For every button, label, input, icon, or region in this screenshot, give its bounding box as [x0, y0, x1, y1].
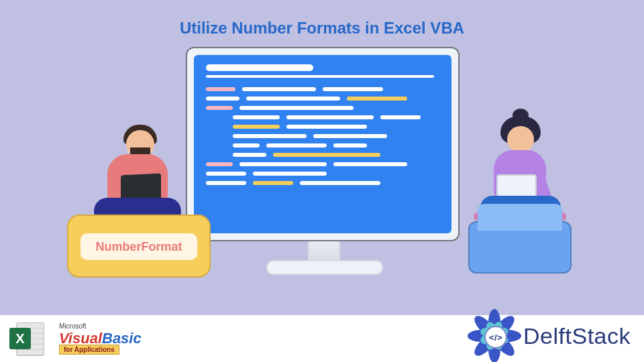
- code-line: [233, 125, 439, 129]
- code-line: [206, 162, 439, 166]
- monitor-stand-base: [266, 260, 383, 275]
- page-title: Utilize Number Formats in Excel VBA: [0, 19, 644, 38]
- code-line: [206, 97, 439, 101]
- person-left: NumberFormat: [67, 127, 195, 275]
- code-line: [233, 134, 439, 138]
- monitor-frame: [186, 47, 460, 241]
- vb-for-applications: for Applications: [59, 345, 119, 355]
- visual-basic-logo: Microsoft VisualBasic for Applications: [59, 323, 142, 353]
- code-line: [206, 172, 439, 176]
- delftstack-mandala-icon: </>: [472, 314, 517, 358]
- footer-bar: X Microsoft VisualBasic for Applications: [0, 315, 644, 362]
- excel-badge: X: [9, 328, 31, 349]
- code-editor-screen: [194, 55, 451, 233]
- code-line: [233, 115, 439, 119]
- head: [507, 126, 534, 153]
- monitor-illustration: [186, 47, 460, 268]
- code-headerline: [206, 75, 434, 78]
- code-line: [206, 106, 439, 110]
- code-line: [206, 87, 439, 91]
- label-block: NumberFormat: [67, 215, 211, 278]
- code-line: [233, 143, 439, 147]
- code-line: [206, 181, 439, 185]
- excel-icon: X: [9, 321, 44, 356]
- person-right: [462, 121, 596, 275]
- blue-block: [468, 221, 572, 274]
- delftstack-code-icon: </>: [484, 326, 507, 349]
- delftstack-logo: </> DelftStack: [472, 314, 631, 358]
- monitor-stand-neck: [308, 241, 340, 261]
- numberformat-label: NumberFormat: [80, 233, 197, 260]
- code-headerbar: [206, 64, 313, 71]
- code-line: [233, 153, 439, 157]
- delftstack-name: DelftStack: [523, 323, 631, 349]
